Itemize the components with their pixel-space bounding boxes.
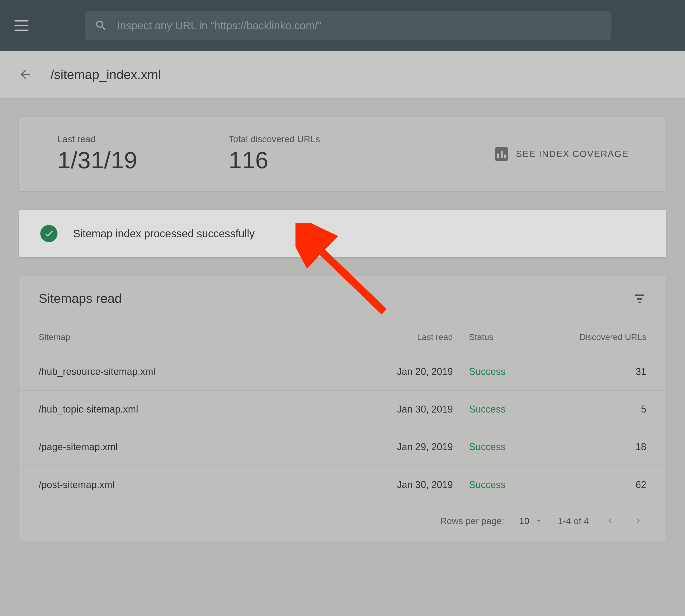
bar-chart-icon	[495, 147, 508, 161]
search-input[interactable]	[117, 20, 602, 32]
col-sitemap: Sitemap	[39, 332, 380, 342]
last-read-label: Last read	[58, 134, 137, 144]
cell-last-read: Jan 30, 2019	[380, 404, 469, 415]
chevron-left-icon	[606, 516, 615, 525]
cell-discovered: 31	[550, 366, 646, 377]
pagination-range: 1-4 of 4	[558, 516, 589, 526]
last-read-value: 1/31/19	[58, 147, 137, 174]
col-discovered: Discovered URLs	[550, 332, 646, 342]
table-title: Sitemaps read	[39, 291, 122, 306]
status-text: Sitemap index processed successfully	[73, 228, 255, 240]
table-header-row: Sitemaps read	[19, 276, 666, 322]
rows-per-page-label: Rows per page:	[440, 516, 504, 526]
search-icon	[95, 19, 108, 32]
col-status: Status	[469, 332, 550, 342]
cell-discovered: 62	[550, 479, 646, 490]
cell-status: Success	[469, 441, 550, 453]
back-arrow-icon[interactable]	[17, 66, 33, 83]
check-circle-icon	[40, 225, 58, 242]
cell-last-read: Jan 20, 2019	[380, 366, 469, 377]
cell-sitemap: /page-sitemap.xml	[39, 441, 380, 453]
see-index-coverage-button[interactable]: SEE INDEX COVERAGE	[495, 147, 629, 161]
cell-discovered: 18	[550, 441, 646, 453]
cell-sitemap: /hub_topic-sitemap.xml	[39, 404, 380, 415]
rows-per-page-select[interactable]: 10	[519, 516, 543, 526]
chevron-right-icon	[634, 516, 643, 525]
total-urls-label: Total discovered URLs	[229, 134, 320, 144]
content: Last read 1/31/19 Total discovered URLs …	[0, 98, 685, 559]
sitemaps-table-card: Sitemaps read Sitemap Last read Status D…	[19, 276, 666, 541]
summary-card: Last read 1/31/19 Total discovered URLs …	[19, 117, 666, 191]
total-urls-block: Total discovered URLs 116	[229, 134, 320, 174]
col-last-read: Last read	[380, 332, 469, 342]
cell-status: Success	[469, 479, 550, 490]
table-row[interactable]: /hub_resource-sitemap.xml Jan 20, 2019 S…	[19, 353, 666, 391]
cell-status: Success	[469, 404, 550, 415]
table-row[interactable]: /page-sitemap.xml Jan 29, 2019 Success 1…	[19, 428, 666, 466]
cell-status: Success	[469, 366, 550, 377]
page-title: /sitemap_index.xml	[50, 67, 161, 82]
cell-sitemap: /post-sitemap.xml	[39, 479, 380, 490]
table-row[interactable]: /hub_topic-sitemap.xml Jan 30, 2019 Succ…	[19, 391, 666, 428]
last-read-block: Last read 1/31/19	[58, 134, 137, 174]
coverage-label: SEE INDEX COVERAGE	[516, 149, 629, 159]
table-row[interactable]: /post-sitemap.xml Jan 30, 2019 Success 6…	[19, 466, 666, 504]
cell-sitemap: /hub_resource-sitemap.xml	[39, 366, 380, 377]
cell-last-read: Jan 29, 2019	[380, 441, 469, 453]
chevron-down-icon	[535, 517, 543, 525]
cell-last-read: Jan 30, 2019	[380, 479, 469, 490]
cell-discovered: 5	[550, 404, 646, 415]
next-page-button[interactable]	[632, 514, 645, 527]
table-footer: Rows per page: 10 1-4 of 4	[19, 504, 666, 541]
topbar	[0, 0, 685, 51]
menu-icon[interactable]	[15, 20, 28, 31]
search-field[interactable]	[85, 11, 611, 40]
rows-per-page-value: 10	[519, 516, 529, 526]
page-header: /sitemap_index.xml	[0, 51, 685, 98]
table-body: /hub_resource-sitemap.xml Jan 20, 2019 S…	[19, 353, 666, 504]
status-banner: Sitemap index processed successfully	[19, 210, 666, 257]
prev-page-button[interactable]	[604, 514, 617, 527]
total-urls-value: 116	[229, 147, 320, 174]
table-head: Sitemap Last read Status Discovered URLs	[19, 322, 666, 353]
filter-icon[interactable]	[633, 292, 646, 305]
